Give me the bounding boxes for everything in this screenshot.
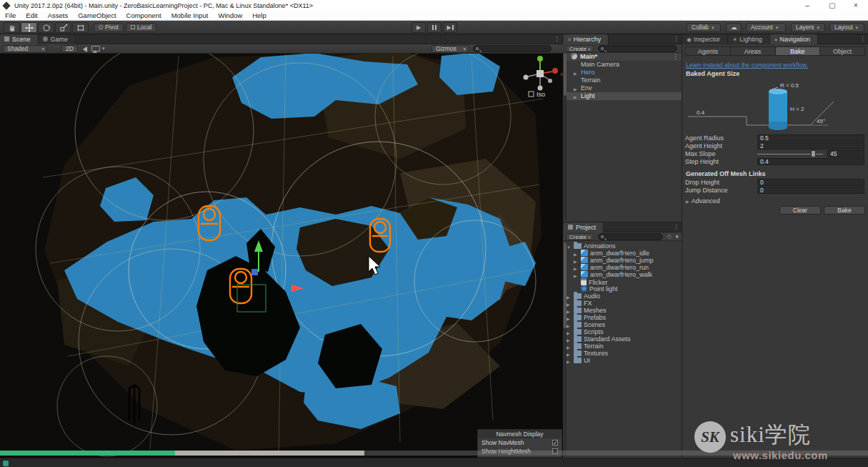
- video-progress-played[interactable]: [0, 451, 175, 456]
- scene-search-input[interactable]: [473, 45, 552, 52]
- agent-radius-field[interactable]: 0.5: [757, 134, 864, 142]
- pause-button[interactable]: [427, 22, 442, 33]
- mode-2d-toggle[interactable]: 2D: [61, 45, 78, 53]
- cloud-button[interactable]: ☁: [726, 23, 742, 32]
- menu-edit[interactable]: Edit: [21, 11, 42, 20]
- menu-file[interactable]: File: [0, 11, 21, 20]
- project-item-anm-dwarfhero-walk[interactable]: ▶ anm_dwarfHero_walk: [564, 271, 682, 278]
- video-progress-buffered[interactable]: [175, 451, 364, 456]
- axis-z-handle[interactable]: [548, 79, 552, 83]
- tab-object[interactable]: Object: [820, 47, 864, 55]
- hierarchy-item-main-camera[interactable]: Main Camera: [564, 61, 682, 69]
- menu-mobile-input[interactable]: Mobile Input: [166, 11, 214, 20]
- restore-button[interactable]: ▢: [822, 0, 843, 11]
- menu-gameobject[interactable]: GameObject: [73, 11, 121, 20]
- rect-tool-button[interactable]: [72, 22, 89, 33]
- project-item-meshes[interactable]: ▶ Meshes: [564, 307, 682, 314]
- tab-agents[interactable]: Agents: [686, 47, 731, 55]
- shaded-dropdown[interactable]: Shaded ▾: [3, 45, 47, 53]
- tab-inspector[interactable]: ◉Inspector: [682, 34, 728, 44]
- foldout-arrow-icon[interactable]: ▶: [574, 94, 577, 102]
- scene-panel-options-icon[interactable]: ⋮: [554, 35, 560, 42]
- scene-options-icon[interactable]: ⋮: [672, 53, 679, 61]
- tab-hierarchy[interactable]: ≡Hierarchy: [564, 34, 609, 44]
- axis-center-cube[interactable]: [537, 70, 544, 77]
- step-button[interactable]: ▶: [443, 22, 457, 33]
- iso-mode-label[interactable]: Iso: [537, 91, 545, 98]
- pivot-toggle-button[interactable]: Pivot: [94, 23, 124, 32]
- hierarchy-scene-row[interactable]: Main* ⋮: [564, 53, 682, 61]
- scene-canvas[interactable]: x Iso: [0, 54, 563, 458]
- agent-height-field[interactable]: 2: [757, 142, 864, 149]
- project-item-ui[interactable]: ▶ UI: [564, 357, 682, 364]
- collab-dropdown[interactable]: Collab▾: [687, 23, 721, 32]
- project-item-scripts[interactable]: ▶ Scripts: [564, 328, 682, 335]
- tab-bake[interactable]: Bake: [776, 47, 821, 55]
- chevron-down-icon[interactable]: ▾: [102, 46, 105, 51]
- project-item-anm-dwarfhero-jump[interactable]: ▶ anm_dwarfHero_jump: [564, 257, 682, 264]
- menu-help[interactable]: Help: [247, 11, 271, 20]
- gizmos-dropdown[interactable]: Gizmos ▾: [431, 45, 469, 53]
- axis-neg-y-handle[interactable]: [538, 86, 543, 91]
- project-item-anm-dwarfhero-idle[interactable]: ▶ anm_dwarfHero_idle: [564, 250, 682, 257]
- hierarchy-item-light[interactable]: ▶ Light: [564, 92, 682, 100]
- play-button[interactable]: ▶: [411, 22, 426, 33]
- tab-areas[interactable]: Areas: [731, 47, 776, 55]
- local-toggle-button[interactable]: Local: [126, 23, 156, 32]
- hierarchy-item-env[interactable]: ▶ Env: [564, 84, 682, 92]
- max-slope-value-field[interactable]: 45: [827, 150, 864, 157]
- advanced-foldout[interactable]: ▶Advanced: [686, 197, 720, 205]
- move-tool-button[interactable]: [21, 22, 37, 33]
- project-item-fx[interactable]: ▶ FX: [564, 300, 682, 307]
- hierarchy-item-terrain[interactable]: Terrain: [564, 77, 682, 84]
- project-item-textures[interactable]: ▶ Textures: [564, 350, 682, 357]
- axis-neg-x-handle[interactable]: [524, 75, 529, 80]
- project-item-terrain[interactable]: ▶ Terrain: [564, 343, 682, 350]
- hierarchy-scrollbar[interactable]: [564, 53, 567, 220]
- project-item-point-light[interactable]: Point light: [564, 285, 682, 293]
- hierarchy-search-input[interactable]: [598, 45, 677, 52]
- jump-distance-field[interactable]: 0: [757, 187, 864, 194]
- rotate-tool-button[interactable]: [38, 22, 54, 33]
- layers-dropdown[interactable]: Layers▾: [791, 23, 825, 32]
- project-item-flicker[interactable]: Flicker: [564, 278, 682, 285]
- project-item-animations[interactable]: ▼ Animations: [564, 242, 682, 250]
- pan-tool-button[interactable]: [4, 22, 20, 33]
- project-item-standard-assets[interactable]: ▶ Standard Assets: [564, 335, 682, 343]
- project-item-prefabs[interactable]: ▶ Prefabs: [564, 314, 682, 321]
- tab-navigation[interactable]: ×Navigation: [770, 34, 818, 44]
- project-create-button[interactable]: Create ▾: [566, 233, 594, 240]
- tab-project[interactable]: Project: [564, 222, 604, 232]
- axis-orientation-gizmo[interactable]: x Iso: [524, 56, 564, 98]
- step-height-field[interactable]: 0.4: [757, 158, 864, 165]
- effects-toggle-icon[interactable]: [91, 46, 100, 51]
- minimize-button[interactable]: –: [797, 0, 818, 11]
- hierarchy-panel-options-icon[interactable]: ⋮: [673, 35, 679, 42]
- close-button[interactable]: ×: [845, 0, 867, 11]
- hierarchy-item-hero[interactable]: ▶ Hero: [564, 69, 682, 77]
- project-scrollbar[interactable]: [564, 242, 567, 456]
- tab-game[interactable]: Game: [39, 34, 76, 44]
- tab-scene[interactable]: Scene: [0, 34, 39, 44]
- account-dropdown[interactable]: Account▾: [746, 23, 786, 32]
- search-by-type-icon[interactable]: ◇: [667, 233, 672, 240]
- project-item-audio[interactable]: ▶ Audio: [564, 293, 682, 300]
- clear-button[interactable]: Clear: [779, 206, 821, 215]
- layout-dropdown[interactable]: Layout▾: [829, 23, 864, 32]
- show-navmesh-row[interactable]: Show NavMesh ✓: [478, 438, 562, 447]
- component-workflow-link[interactable]: Learn instead about the component workfl…: [686, 62, 808, 69]
- scrollbar-thumb[interactable]: [564, 53, 567, 96]
- hierarchy-create-button[interactable]: Create ▾: [566, 45, 594, 52]
- project-item-scenes[interactable]: ▶ Scenes: [564, 321, 682, 328]
- menu-assets[interactable]: Assets: [43, 11, 74, 20]
- menu-window[interactable]: Window: [213, 11, 247, 20]
- bake-button[interactable]: Bake: [824, 206, 865, 215]
- tab-lighting[interactable]: ☀Lighting: [728, 34, 770, 44]
- max-slope-slider-handle[interactable]: [811, 150, 816, 157]
- project-search-input[interactable]: [598, 233, 663, 240]
- audio-toggle-icon[interactable]: [80, 46, 87, 52]
- drop-height-field[interactable]: 0: [757, 179, 864, 186]
- project-item-anm-dwarfhero-run[interactable]: ▶ anm_dwarfHero_run: [564, 264, 682, 271]
- scale-tool-button[interactable]: [55, 22, 71, 33]
- project-panel-options-icon[interactable]: ⋮: [673, 223, 679, 230]
